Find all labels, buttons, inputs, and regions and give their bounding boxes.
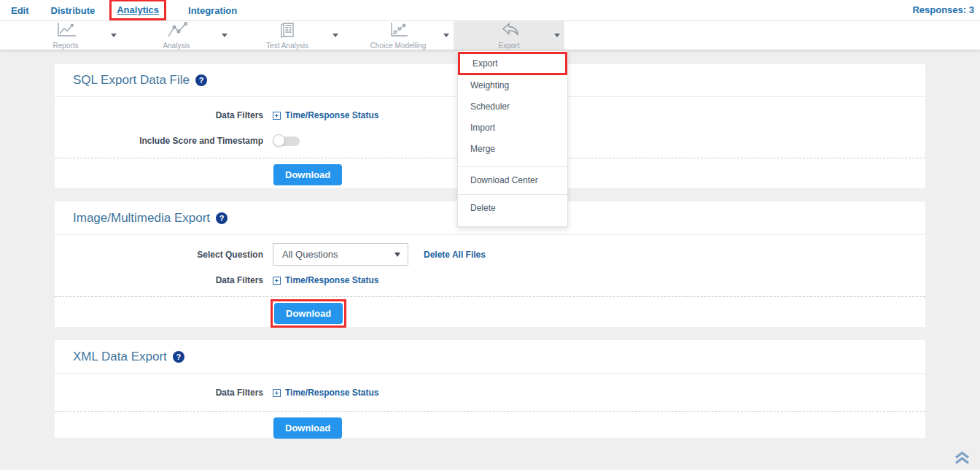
select-question-value: All Questions xyxy=(282,249,338,260)
data-filters-label: Data Filters xyxy=(55,388,263,398)
expand-plus-icon xyxy=(273,277,281,285)
choice-modelling-dropdown-caret-icon[interactable] xyxy=(443,34,449,37)
analytics-toolbar: Reports Analysis xyxy=(0,21,980,50)
xml-export-section: XML Data Export ? Data Filters Time/Resp… xyxy=(55,340,925,438)
double-chevron-up-icon xyxy=(954,451,971,465)
data-filters-label: Data Filters xyxy=(55,275,263,285)
nav-item-integration[interactable]: Integration xyxy=(188,5,237,16)
select-caret-icon xyxy=(394,253,400,257)
data-filters-row: Data Filters Time/Response Status xyxy=(55,385,925,401)
toolbar-group-export: Export xyxy=(454,21,564,50)
sql-download-button[interactable]: Download xyxy=(273,164,342,185)
analytics-highlight-box: Analytics xyxy=(109,0,166,20)
download-highlight-box: Download xyxy=(271,299,346,328)
text-analysis-label: Text Analysis xyxy=(266,42,308,50)
scroll-to-top-button[interactable] xyxy=(954,451,971,468)
xml-export-header: XML Data Export ? xyxy=(55,340,925,374)
help-icon[interactable]: ? xyxy=(173,351,184,363)
help-icon[interactable]: ? xyxy=(216,212,228,224)
text-analysis-button[interactable]: Text Analysis xyxy=(232,21,343,50)
analysis-button[interactable]: Analysis xyxy=(121,21,232,50)
sql-export-title: SQL Export Data File xyxy=(73,73,190,88)
image-export-title: Image/Multimedia Export xyxy=(73,211,210,226)
analysis-label: Analysis xyxy=(163,42,190,50)
toolbar-group-reports: Reports xyxy=(10,21,121,50)
data-filters-row: Data Filters Time/Response Status xyxy=(55,272,925,288)
toolbar-group-text-analysis: Text Analysis xyxy=(232,21,343,50)
export-label: Export xyxy=(499,42,520,50)
document-icon xyxy=(279,22,296,41)
choice-modelling-button[interactable]: Choice Modelling xyxy=(343,21,454,50)
select-question-dropdown[interactable]: All Questions xyxy=(273,243,408,266)
toolbar-group-analysis: Analysis xyxy=(121,21,232,50)
include-score-toggle[interactable] xyxy=(273,134,300,147)
menu-item-delete[interactable]: Delete xyxy=(458,195,567,222)
include-score-label: Include Score and Timestamp xyxy=(55,136,263,146)
data-filters-label: Data Filters xyxy=(55,110,263,120)
reports-dropdown-caret-icon[interactable] xyxy=(111,34,117,37)
xml-export-title: XML Data Export xyxy=(73,350,167,364)
time-response-status-link[interactable]: Time/Response Status xyxy=(273,388,378,398)
delete-all-files-link[interactable]: Delete All Files xyxy=(424,250,486,260)
select-question-label: Select Question xyxy=(55,250,263,260)
xml-download-button[interactable]: Download xyxy=(273,417,342,439)
expand-plus-icon xyxy=(273,389,281,397)
menu-item-import[interactable]: Import xyxy=(458,118,567,139)
text-analysis-dropdown-caret-icon[interactable] xyxy=(332,34,338,37)
reports-label: Reports xyxy=(52,42,78,50)
menu-item-scheduler[interactable]: Scheduler xyxy=(458,96,567,118)
menu-item-weighting[interactable]: Weighting xyxy=(458,75,567,96)
export-dropdown-menu: Export Weighting Scheduler Import Merge … xyxy=(457,50,568,227)
trend-chart-icon xyxy=(166,22,187,41)
image-download-button[interactable]: Download xyxy=(274,303,343,324)
reports-button[interactable]: Reports xyxy=(10,21,121,50)
menu-item-export[interactable]: Export xyxy=(458,52,567,75)
help-icon[interactable]: ? xyxy=(195,74,207,86)
choice-modelling-label: Choice Modelling xyxy=(370,42,427,50)
analytics-export-page: Edit Distribute Analytics Integration Re… xyxy=(0,0,980,470)
nav-item-edit[interactable]: Edit xyxy=(11,5,29,16)
time-response-status-link[interactable]: Time/Response Status xyxy=(273,110,378,120)
export-dropdown-caret-icon[interactable] xyxy=(554,34,560,37)
toggle-knob[interactable] xyxy=(273,134,285,147)
line-chart-icon xyxy=(55,22,77,41)
menu-item-merge[interactable]: Merge xyxy=(458,139,567,160)
scatter-chart-icon xyxy=(388,22,408,41)
select-question-row: Select Question All Questions Delete All… xyxy=(55,243,925,266)
nav-item-analytics[interactable]: Analytics xyxy=(117,4,159,15)
export-arrow-icon xyxy=(497,22,521,41)
top-nav: Edit Distribute Analytics Integration Re… xyxy=(0,0,980,21)
time-response-status-link[interactable]: Time/Response Status xyxy=(273,275,378,285)
expand-plus-icon xyxy=(273,112,281,120)
responses-count[interactable]: Responses: 3 xyxy=(912,4,974,15)
menu-item-download-center[interactable]: Download Center xyxy=(458,167,567,194)
toolbar-group-choice-modelling: Choice Modelling xyxy=(343,21,454,50)
analysis-dropdown-caret-icon[interactable] xyxy=(222,34,228,37)
nav-item-distribute[interactable]: Distribute xyxy=(51,5,96,16)
export-button[interactable]: Export xyxy=(454,21,564,50)
